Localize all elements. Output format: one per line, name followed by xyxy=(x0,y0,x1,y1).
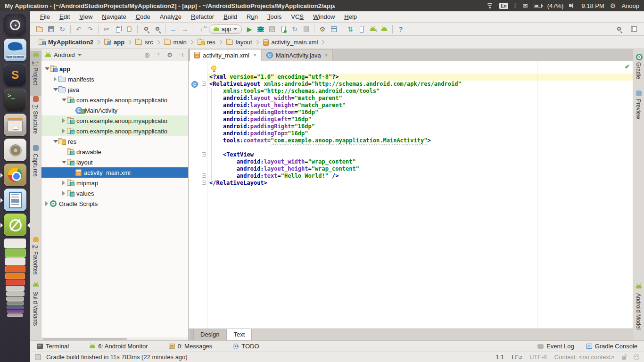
menu-view[interactable]: View xyxy=(75,12,97,21)
inspections-profile-icon[interactable] xyxy=(634,354,639,360)
rerun-icon[interactable]: ↻ xyxy=(289,24,300,34)
code-line[interactable]: <?xml version="1.0" encoding="utf-8"?> xyxy=(207,74,633,81)
code-line[interactable]: <TextView xyxy=(207,151,633,158)
expanded-arrow-icon[interactable] xyxy=(44,66,49,71)
close-icon[interactable]: × xyxy=(253,52,256,58)
launcher-item-android-studio[interactable] xyxy=(4,214,26,236)
menu-navigate[interactable]: Navigate xyxy=(98,12,130,21)
sdk-manager-icon[interactable] xyxy=(379,24,390,34)
launcher-item-libreoffice-writer[interactable] xyxy=(4,189,26,211)
breadcrumb-item[interactable]: layout xyxy=(224,39,254,46)
menu-window[interactable]: Window xyxy=(309,12,339,21)
close-icon[interactable]: × xyxy=(325,52,328,58)
code-line[interactable]: android:layout_height="wrap_content" xyxy=(207,165,633,173)
collapsed-arrow-icon[interactable] xyxy=(61,181,66,185)
breadcrumb-item[interactable]: activity_main.xml xyxy=(261,39,320,46)
bluetooth-icon[interactable]: ᛒ xyxy=(514,2,517,9)
code-line[interactable]: android:paddingLeft="16dp" xyxy=(207,116,633,123)
launcher-item-sublime-text[interactable]: S xyxy=(4,64,26,86)
menu-edit[interactable]: Edit xyxy=(55,12,74,21)
run-config-selector[interactable]: app xyxy=(209,25,242,34)
tool-stripe-tab-captures[interactable]: Captures xyxy=(30,143,41,182)
menu-build[interactable]: Build xyxy=(219,12,241,21)
tree-row[interactable]: app xyxy=(41,64,188,74)
volume-icon[interactable] xyxy=(569,3,576,8)
launcher-stacked-item[interactable] xyxy=(6,296,24,301)
context-indicator[interactable]: Context: <no context> xyxy=(554,354,614,361)
back-icon[interactable]: ← xyxy=(168,24,179,34)
code-line[interactable]: android:layout_width="wrap_content" xyxy=(207,158,633,165)
launcher-stacked-item[interactable] xyxy=(6,291,25,296)
expanded-arrow-icon[interactable] xyxy=(61,160,66,165)
toolwindow-switcher-icon[interactable] xyxy=(35,354,41,360)
expanded-arrow-icon[interactable] xyxy=(53,87,58,92)
code-line[interactable]: </RelativeLayout> xyxy=(207,180,633,187)
toolwindow-button-event-log[interactable]: Event Log xyxy=(537,343,574,350)
launcher-item-file-manager[interactable] xyxy=(4,114,26,136)
clock[interactable]: 9:18 PM xyxy=(581,2,604,9)
launcher-stacked-item[interactable] xyxy=(5,265,25,272)
tree-row[interactable]: com.example.anoop.myapplicatio xyxy=(41,126,188,136)
tree-row[interactable]: values xyxy=(41,188,188,198)
tree-row[interactable]: res xyxy=(41,136,188,147)
tree-row[interactable]: mipmap xyxy=(41,178,188,188)
tool-stripe-tab--structure[interactable]: 7: Structure xyxy=(30,94,41,146)
context-class-icon[interactable]: C xyxy=(191,81,198,88)
session-gear-icon[interactable]: ⚙ xyxy=(610,2,616,9)
tree-row[interactable]: manifests xyxy=(41,74,188,84)
editor-tab-activity-main-xml[interactable]: activity_main.xml× xyxy=(190,49,261,61)
hide-panel-icon[interactable]: ⊣ xyxy=(177,51,185,58)
fold-marker-icon[interactable]: − xyxy=(202,82,206,86)
tree-row[interactable]: drawable xyxy=(41,147,188,157)
expanded-arrow-icon[interactable] xyxy=(53,139,58,144)
launcher-stacked-item[interactable] xyxy=(4,239,26,248)
numeric-sort-icon[interactable]: ↓ xyxy=(196,24,207,34)
code-line[interactable]: android:paddingTop="16dp" xyxy=(207,130,633,137)
breadcrumb-item[interactable]: res xyxy=(196,39,217,46)
tree-row[interactable]: com.example.anoop.myapplicatio xyxy=(41,95,188,105)
tree-row[interactable]: activity_main.xml xyxy=(41,167,188,178)
menu-help[interactable]: Help xyxy=(340,12,361,21)
attach-debugger-icon[interactable] xyxy=(278,24,289,34)
launcher-stacked-item[interactable] xyxy=(6,286,25,291)
run-icon[interactable]: ▶ xyxy=(244,24,255,34)
launcher-stacked-item[interactable] xyxy=(5,248,26,257)
wifi-icon[interactable] xyxy=(486,3,494,8)
launcher-stacked-item[interactable] xyxy=(6,280,25,285)
paste-icon[interactable] xyxy=(124,24,135,34)
undo-icon[interactable]: ↶ xyxy=(73,24,84,34)
code-line[interactable] xyxy=(207,144,633,151)
launcher-stacked-item[interactable] xyxy=(7,310,24,313)
code-editor[interactable]: <?xml version="1.0" encoding="utf-8"?><R… xyxy=(207,61,633,187)
menu-run[interactable]: Run xyxy=(242,12,262,21)
tool-stripe-tab-build-variants[interactable]: Build Variants xyxy=(30,281,41,339)
fold-marker-icon[interactable]: − xyxy=(202,181,206,185)
gradle-sync-icon[interactable]: ⇅ xyxy=(345,24,356,34)
settings-icon[interactable]: ⚙ xyxy=(317,24,328,34)
collapsed-arrow-icon[interactable] xyxy=(44,201,49,206)
session-user[interactable]: Anoop xyxy=(621,2,639,9)
code-line[interactable]: <RelativeLayout xmlns:android="http://sc… xyxy=(207,81,633,88)
tool-stripe-tab--favorites[interactable]: 2: Favorites xyxy=(30,235,41,287)
collapsed-arrow-icon[interactable] xyxy=(61,118,66,123)
copy-icon[interactable] xyxy=(112,24,124,34)
fold-marker-icon[interactable]: − xyxy=(202,152,206,156)
find-icon[interactable] xyxy=(140,24,151,34)
toolwindow-button-gradle-console[interactable]: Gradle Console xyxy=(586,343,637,350)
toolwindow-button-terminal[interactable]: Terminal xyxy=(37,343,69,350)
code-line[interactable]: android:layout_width="match_parent" xyxy=(207,95,633,102)
line-ending-selector[interactable]: LF⇵ xyxy=(512,354,522,361)
tree-row[interactable]: Gradle Scripts xyxy=(41,198,188,209)
code-line[interactable]: xmlns:tools="http://schemas.android.com/… xyxy=(207,88,633,95)
toolwindow-button--android-monitor[interactable]: 6: Android Monitor xyxy=(90,343,148,350)
launcher-stacked-item[interactable] xyxy=(5,273,25,279)
launcher-item-music-player[interactable] xyxy=(4,139,26,161)
menu-analyze[interactable]: Analyze xyxy=(156,12,186,21)
redo-icon[interactable]: ↷ xyxy=(84,24,96,34)
menu-tools[interactable]: Tools xyxy=(263,12,286,21)
collapsed-arrow-icon[interactable] xyxy=(61,129,66,133)
layout-inspector-icon[interactable] xyxy=(356,24,367,34)
view-tab-design[interactable]: Design xyxy=(193,329,226,340)
menu-vcs[interactable]: VCS xyxy=(287,12,308,21)
launcher-stacked-item[interactable] xyxy=(7,305,24,309)
